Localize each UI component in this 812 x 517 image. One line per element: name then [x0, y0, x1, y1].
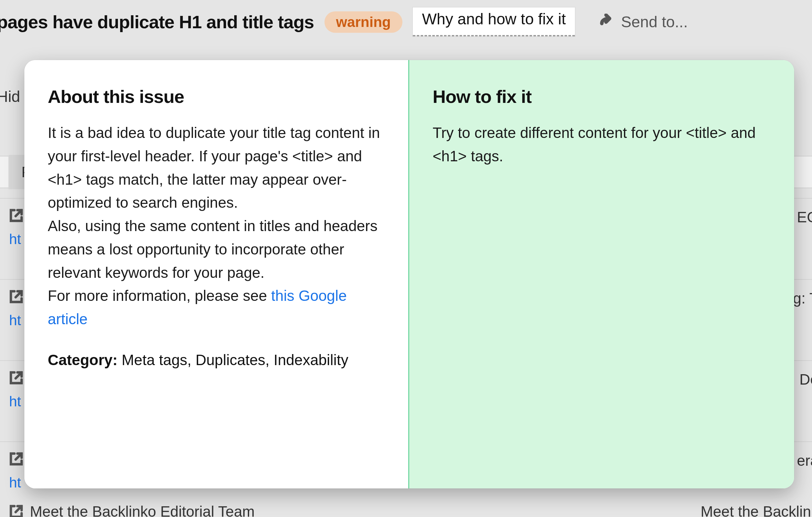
lastrow-right: Meet the Backlink	[701, 503, 812, 517]
about-paragraph-3-prefix: For more information, please see	[48, 287, 271, 304]
row-right-fragment: era	[797, 452, 812, 469]
issue-popover: About this issue It is a bad idea to dup…	[24, 60, 794, 488]
external-link-icon	[9, 290, 23, 304]
category-label: Category:	[48, 352, 118, 368]
about-column: About this issue It is a bad idea to dup…	[24, 60, 409, 488]
fix-column: How to fix it Try to create different co…	[409, 60, 794, 488]
warning-badge: warning	[324, 11, 403, 33]
about-body: It is a bad idea to duplicate your title…	[48, 121, 385, 331]
category-value: Meta tags, Duplicates, Indexability	[122, 352, 349, 368]
row-right-fragment: EO	[797, 208, 812, 226]
fix-heading: How to fix it	[433, 86, 771, 107]
about-paragraph-1: It is a bad idea to duplicate your title…	[48, 124, 380, 211]
page-header: pages have duplicate H1 and title tags w…	[0, 0, 812, 44]
hide-rows-fragment: Hid	[0, 88, 20, 105]
row-right-fragment: De	[799, 371, 812, 388]
row-right-fragment: g: T	[793, 290, 812, 307]
external-link-icon	[9, 208, 23, 223]
external-link-icon	[9, 371, 23, 385]
table-row[interactable]: Meet the Backlinko Editorial Team Meet t…	[9, 503, 812, 517]
about-paragraph-2: Also, using the same content in titles a…	[48, 217, 377, 281]
about-heading: About this issue	[48, 86, 385, 107]
external-link-icon	[9, 452, 23, 466]
lastrow-title: Meet the Backlinko Editorial Team	[30, 503, 255, 517]
send-to-button[interactable]: Send to...	[598, 13, 688, 31]
category-line: Category: Meta tags, Duplicates, Indexab…	[48, 348, 385, 372]
issue-title: pages have duplicate H1 and title tags	[0, 11, 314, 32]
share-arrow-icon	[598, 13, 615, 31]
fix-body: Try to create different content for your…	[433, 121, 771, 168]
external-link-icon	[9, 504, 23, 517]
why-and-how-link[interactable]: Why and how to fix it	[413, 7, 575, 36]
send-to-label: Send to...	[621, 13, 688, 31]
